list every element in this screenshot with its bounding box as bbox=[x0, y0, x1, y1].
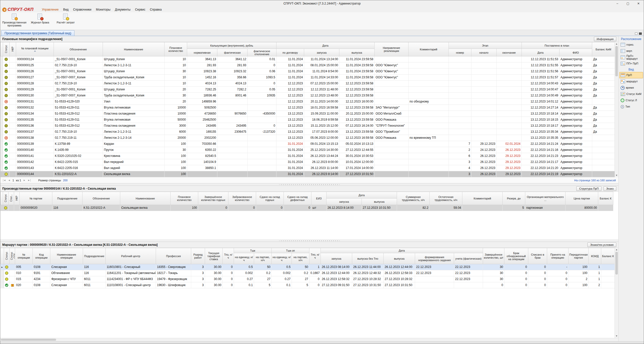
col-status[interactable]: Статус bbox=[3, 192, 9, 205]
route-row[interactable]: 015 4234 Фрезерная с ЧПУ 6011 1114234001… bbox=[1, 276, 615, 282]
route-row[interactable]: 020 0108 Слесарная 6011 1110108001 - Сле… bbox=[1, 282, 615, 288]
col-total-labor[interactable]: Суммарная трудоемкость, н/ч bbox=[397, 192, 430, 205]
group-calculation[interactable]: Калькуляция (внутренняя), рубль bbox=[187, 42, 276, 49]
col-release-date[interactable]: выпуска bbox=[362, 198, 397, 205]
col-launch-date[interactable]: запуска bbox=[304, 49, 339, 56]
planned-row[interactable]: 0000000135 51-0533-4129-011 Втулка литни… bbox=[1, 117, 615, 123]
toolbar-button[interactable]: Журнал брака bbox=[28, 13, 52, 28]
col-release-date[interactable]: выпуска bbox=[384, 253, 415, 264]
col-release-date[interactable]: выпуска bbox=[339, 49, 375, 56]
col-stage-end[interactable]: окончание bbox=[497, 49, 522, 56]
planned-row[interactable]: 0000000129 _51-0507-0001_Копия Штуцер_Ко… bbox=[1, 87, 615, 93]
view-button[interactable]: время bbox=[619, 85, 643, 91]
menu-item[interactable]: Сервис bbox=[133, 7, 148, 12]
col-accounting-date[interactable]: учета (фактическая) bbox=[454, 253, 483, 264]
scrollbar-thumb[interactable] bbox=[615, 46, 618, 76]
planned-row[interactable]: 0000000137 02.7.750.219-10 Лепесток 2-1,… bbox=[1, 129, 615, 135]
col-op-code[interactable]: Код операции bbox=[33, 248, 50, 264]
col-op-name[interactable]: Наименование операции bbox=[50, 248, 83, 264]
col-stock-good[interactable]: Сдано на склад годных bbox=[256, 192, 284, 205]
col-nkr[interactable]: НКР bbox=[10, 42, 16, 56]
col-department[interactable]: Подразделение bbox=[52, 192, 83, 205]
information-button[interactable]: Информация bbox=[594, 37, 616, 41]
col-name[interactable]: Наименование bbox=[103, 42, 165, 56]
col-designation[interactable]: Обозначение bbox=[83, 192, 120, 205]
planned-row[interactable]: 0000000128 02.7.750.219-10 Лепесток 2-1,… bbox=[1, 81, 615, 87]
col-status-otk[interactable]: Статус ОТК bbox=[10, 248, 15, 264]
group-planned-in[interactable]: Поставлено в план bbox=[522, 42, 592, 49]
col-rest-labor[interactable]: Остаточная трудоемкость, н/ч bbox=[430, 192, 462, 205]
col-qty[interactable]: Плановое количество bbox=[171, 192, 198, 205]
view-button[interactable]: ПрП bbox=[619, 72, 643, 78]
planned-row[interactable]: 0000000140 К.1435-99 Пруток 30 6350.22 3… bbox=[1, 147, 615, 153]
view-button[interactable]: маршрут bbox=[619, 78, 643, 85]
col-name[interactable]: Наименование bbox=[120, 192, 171, 205]
col-koid[interactable]: КОИД bbox=[589, 248, 601, 264]
planned-row[interactable]: 0000000143 К.6422-2205-016 Вал задний 10… bbox=[1, 165, 615, 171]
col-status[interactable]: Статус bbox=[4, 248, 10, 264]
col-tpo[interactable]: Тпо, н/ч bbox=[309, 248, 321, 264]
group-tshk[interactable]: Тшк bbox=[234, 248, 272, 253]
view-button[interactable]: Тип bbox=[619, 104, 643, 110]
scroll-up-icon[interactable] bbox=[615, 248, 618, 252]
prev-page-button[interactable]: ◄ bbox=[8, 179, 11, 182]
planned-row[interactable]: 0000000138 02.7.750.219-11 Лепесток 2-1,… bbox=[1, 135, 615, 141]
scrollbar-thumb[interactable] bbox=[615, 252, 618, 274]
col-tpz[interactable]: Тпз, н/ч bbox=[223, 248, 234, 264]
col-balance[interactable]: Баланс КиМ bbox=[592, 42, 615, 56]
minimize-icon[interactable]: – bbox=[612, 0, 623, 7]
last-page-button[interactable]: ►| bbox=[28, 179, 31, 182]
col-written-off[interactable]: Списано в брак bbox=[528, 248, 547, 264]
layout-button[interactable]: гориз. bbox=[619, 42, 643, 48]
dock-panel-icon[interactable] bbox=[639, 32, 642, 35]
first-page-button[interactable]: |◄ bbox=[3, 179, 6, 182]
col-work-center[interactable]: Рабочий центр bbox=[106, 248, 156, 264]
col-stage-number[interactable]: номер bbox=[449, 49, 471, 56]
col-comment[interactable]: Комментарий bbox=[409, 42, 449, 56]
toolbar-button[interactable]: Производственная программа bbox=[3, 13, 26, 28]
col-done-good[interactable]: Завершённое количество годных bbox=[198, 192, 228, 205]
col-direction[interactable]: Направление реализации bbox=[375, 42, 409, 56]
scroll-down-icon[interactable] bbox=[615, 174, 618, 177]
col-done-qty[interactable]: Завершённое количество, шт bbox=[483, 248, 504, 264]
col-status[interactable]: Статус bbox=[3, 42, 10, 56]
view-button[interactable]: Статус Л bbox=[619, 97, 643, 104]
menu-item[interactable]: Справочники bbox=[71, 7, 94, 12]
menu-item[interactable]: Управление bbox=[39, 7, 61, 12]
planned-row[interactable]: 0000000131 51-0533-4129-020 Узел 20 1498… bbox=[1, 99, 615, 105]
planned-row[interactable]: 0000000144 К.51-2201022-А Скользящая вил… bbox=[1, 171, 615, 177]
splitter-2[interactable] bbox=[0, 239, 618, 242]
col-fio[interactable]: ФИО bbox=[559, 49, 592, 56]
close-icon[interactable]: ✕ bbox=[633, 0, 644, 7]
layout-button[interactable]: верт. bbox=[619, 48, 643, 54]
tab-production-program[interactable]: Производственная программа (Табличный ви… bbox=[1, 30, 74, 36]
col-unit[interactable]: ЕИЗ bbox=[311, 192, 327, 205]
page-size-value[interactable]: 200 bbox=[63, 179, 67, 182]
group-stage[interactable]: Этап bbox=[449, 42, 522, 49]
col-stage-begin[interactable]: начало bbox=[471, 49, 497, 56]
col-grade[interactable]: Разряд работ bbox=[191, 248, 205, 264]
planned-row[interactable]: 0000000136 51-0533-4129-012 Пластина охл… bbox=[1, 123, 615, 129]
planned-row[interactable]: 0000000127 _51-0507-0007_Копия Труба охл… bbox=[1, 75, 615, 81]
view-button[interactable]: Статус КиМ bbox=[619, 91, 643, 97]
structure-prp-button[interactable]: Структура ПрП bbox=[576, 186, 601, 191]
col-normative[interactable]: нормативная bbox=[187, 49, 217, 56]
col-stock-defect[interactable]: Сдано на склад дефектных bbox=[284, 192, 311, 205]
planned-row[interactable]: 0000000130 _51-0507-0007_Копия Труба охл… bbox=[1, 93, 615, 99]
col-department[interactable]: Подразделение bbox=[83, 248, 106, 264]
menu-item[interactable]: Справка bbox=[148, 7, 164, 12]
col-designation[interactable]: Обозначение bbox=[54, 42, 103, 56]
restore-panel-icon[interactable] bbox=[635, 32, 637, 35]
col-launch-date[interactable]: запуска bbox=[321, 253, 352, 264]
route-vertical-scrollbar[interactable] bbox=[615, 248, 618, 338]
planned-row[interactable]: 0000000142 К.6422-2205-015 Вал передний … bbox=[1, 159, 615, 165]
col-tzp-batch[interactable]: на партию, н/ч bbox=[292, 253, 309, 264]
planned-row[interactable]: 0000000126 _51-0507-0001_Копия Штуцер_Ко… bbox=[1, 68, 615, 75]
planned-row[interactable]: 0000000124 _51-0507-0001_Копия Штуцер_Ко… bbox=[1, 56, 615, 62]
col-tzp-unit[interactable]: на единицу, н/ч bbox=[272, 253, 292, 264]
toolbar-button[interactable]: Расчёт затрат bbox=[54, 13, 77, 28]
col-planned-date[interactable]: Дата bbox=[522, 49, 559, 56]
planned-row[interactable]: 0000000141 К.5320-2201025-02 Крестовина … bbox=[1, 153, 615, 159]
col-org[interactable]: Организация материального ... bbox=[525, 192, 566, 205]
col-balance[interactable]: Баланс К bbox=[601, 248, 615, 264]
